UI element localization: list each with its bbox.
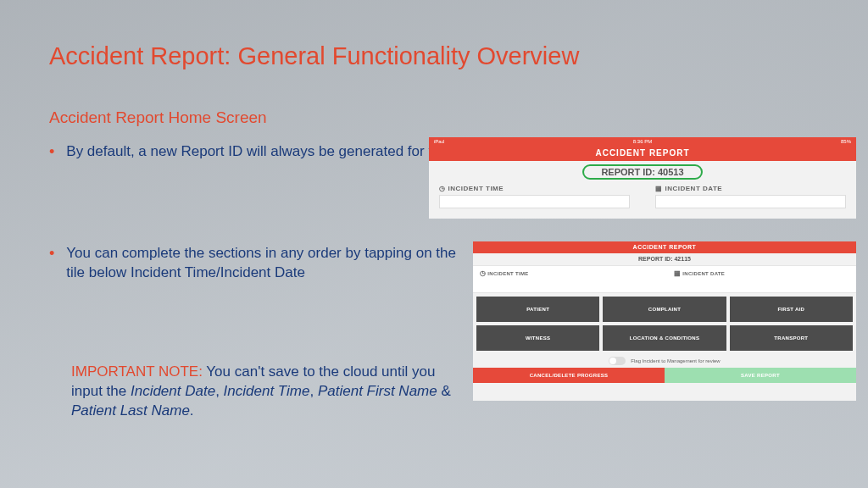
status-device: iPad (434, 139, 444, 144)
app-header: ACCIDENT REPORT (429, 146, 856, 161)
bullet-text: By default, a new Report ID will always … (66, 142, 455, 162)
note-field: Patient First Name (318, 383, 437, 399)
section-tiles-grid: PATIENT COMPLAINT FIRST AID WITNESS LOCA… (473, 293, 856, 354)
tile-witness[interactable]: WITNESS (476, 325, 599, 351)
tile-transport[interactable]: TRANSPORT (730, 325, 853, 351)
calendar-icon (674, 269, 681, 277)
incident-time-input[interactable] (480, 279, 655, 289)
clock-icon (480, 269, 486, 277)
save-report-button[interactable]: SAVE REPORT (665, 368, 856, 383)
clock-icon (439, 185, 446, 192)
tile-patient[interactable]: PATIENT (476, 297, 599, 322)
cancel-delete-button[interactable]: CANCEL/DELETE PROGRESS (473, 368, 665, 383)
incident-date-input[interactable] (674, 279, 849, 289)
app-header: ACCIDENT REPORT (473, 241, 856, 253)
tile-first-aid[interactable]: FIRST AID (730, 297, 853, 322)
ios-status-bar: iPad 8:36 PM 85% (429, 137, 856, 146)
report-id-badge: REPORT ID: 40513 (582, 164, 702, 180)
flag-row: Flag Incident to Management for review (473, 354, 856, 368)
important-note: IMPORTANT NOTE: You can't save to the cl… (71, 363, 470, 421)
field-label: INCIDENT TIME (448, 185, 504, 192)
bullet-dot-icon: • (49, 144, 54, 159)
report-id-row: REPORT ID: 42115 (473, 253, 856, 265)
action-button-row: CANCEL/DELETE PROGRESS SAVE REPORT (473, 368, 856, 383)
incident-fields-row: INCIDENT TIME INCIDENT DATE (429, 180, 856, 208)
screenshot-home-top: iPad 8:36 PM 85% ACCIDENT REPORT REPORT … (429, 137, 856, 219)
section-subtitle: Accident Report Home Screen (49, 108, 267, 127)
status-clock: 8:36 PM (633, 139, 652, 144)
bullet-item: • You can complete the sections in any o… (49, 244, 465, 283)
status-battery: 85% (841, 139, 851, 144)
incident-time-input[interactable] (439, 195, 630, 208)
incident-date-field: INCIDENT DATE (674, 269, 849, 289)
field-label: INCIDENT DATE (682, 271, 725, 276)
note-field: Incident Date (131, 383, 215, 399)
field-label: INCIDENT TIME (487, 271, 528, 276)
screenshot-home-full: ACCIDENT REPORT REPORT ID: 42115 INCIDEN… (473, 241, 856, 401)
incident-date-input[interactable] (655, 195, 846, 208)
bullet-text: You can complete the sections in any ord… (66, 244, 465, 283)
flag-label: Flag Incident to Management for review (631, 358, 720, 363)
field-label: INCIDENT DATE (665, 185, 723, 192)
bullet-dot-icon: • (49, 246, 54, 261)
bullet-item: • By default, a new Report ID will alway… (49, 142, 465, 162)
note-field: Patient Last Name (71, 402, 190, 419)
note-field: Incident Time (224, 383, 310, 399)
incident-fields-row: INCIDENT TIME INCIDENT DATE (473, 265, 856, 293)
incident-date-field: INCIDENT DATE (655, 185, 846, 208)
flag-toggle[interactable] (609, 357, 626, 365)
note-label: IMPORTANT NOTE: (71, 363, 203, 380)
tile-location[interactable]: LOCATION & CONDITIONS (603, 325, 726, 351)
page-title: Accident Report: General Functionality O… (49, 42, 579, 70)
report-id-row: REPORT ID: 40513 (429, 161, 856, 180)
incident-time-field: INCIDENT TIME (480, 269, 655, 289)
calendar-icon (655, 185, 663, 192)
tile-complaint[interactable]: COMPLAINT (603, 297, 726, 322)
incident-time-field: INCIDENT TIME (439, 185, 630, 208)
